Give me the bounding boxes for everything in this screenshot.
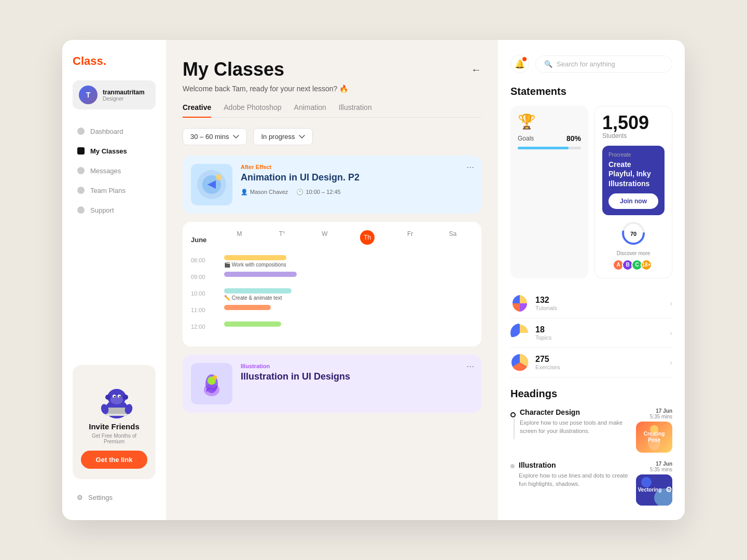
sidebar-item-team-plans[interactable]: Team Plans [73, 181, 156, 200]
tab-animation[interactable]: Animation [294, 103, 326, 118]
chevron-right-icon: › [670, 299, 672, 307]
heading-content-2: Illustration Explore how to use lines an… [519, 461, 632, 506]
stat-row-topics[interactable]: 18 Topics › [510, 318, 672, 348]
svg-point-4 [110, 395, 123, 404]
heading-content-1: Character Design Explore how to use pose… [520, 408, 632, 453]
search-bar[interactable]: 🔍 Search for anything [535, 55, 672, 73]
notification-dot [522, 57, 527, 61]
stat-topics-info: 18 Topics [535, 325, 663, 341]
course-thumb-animation [191, 164, 232, 205]
status-filter[interactable]: In progress [253, 128, 313, 145]
tab-adobe-photoshop[interactable]: Adobe Photoshop [224, 103, 281, 118]
course-title: Animation in UI Design. P2 [241, 172, 473, 184]
procreate-tag: Procreate [608, 152, 658, 158]
schedule-bar [224, 305, 271, 310]
get-link-button[interactable]: Get the link [81, 451, 147, 469]
card-menu-button[interactable]: ··· [466, 162, 474, 173]
course-card-illustration: Illustration Illustration in UI Designs … [183, 355, 481, 413]
goals-progress-bar [518, 147, 581, 149]
course-body-animation: After Effect Animation in UI Design. P2 … [241, 164, 473, 195]
back-button[interactable]: ← [471, 64, 481, 76]
main-content: My Classes ← Welcome back Tam, ready for… [166, 40, 498, 520]
course-body-illustration: Illustration Illustration in UI Designs [241, 363, 473, 388]
vectoring-label: Vectoring [636, 485, 664, 495]
course-card-animation: After Effect Animation in UI Design. P2 … [183, 156, 481, 214]
gorilla-illustration [93, 375, 135, 417]
stats-list: 132 Tutorials › 18 Topics › [510, 289, 672, 377]
calendar-month: June [191, 236, 206, 244]
notification-button[interactable]: 🔔 [510, 54, 529, 73]
headings-title: Headings [510, 388, 672, 400]
svg-point-7 [114, 396, 116, 397]
course-meta: 👤 Mason Chavez 🕐 10:00 – 12:45 [241, 189, 473, 195]
app-logo: Class. [73, 54, 156, 68]
welcome-text: Welcome back Tam, ready for your next le… [183, 85, 481, 93]
svg-point-2 [105, 395, 110, 400]
tab-illustration[interactable]: Illustration [339, 103, 372, 118]
svg-point-3 [123, 395, 128, 400]
duration-filter[interactable]: 30 – 60 mins [183, 128, 247, 145]
students-label: Students [602, 132, 665, 139]
heading-thumb-creating-pose[interactable]: Creating Pose [636, 422, 672, 453]
procreate-card: Procreate Create Playful, Inky Illustrat… [602, 146, 665, 215]
right-panel: 🔔 🔍 Search for anything Statements 🏆 Goa… [498, 40, 685, 520]
timeslot-1000: 10:00 ✏️ Create & animate text [191, 288, 473, 303]
heading-dot-2 [510, 464, 515, 468]
heading-meta-1: 17 Jun 5:35 mins Creating Pose [636, 408, 672, 453]
invite-section: Invite Friends Get Free Months of Premiu… [73, 365, 156, 479]
svg-point-8 [119, 396, 121, 397]
calendar-header: June M T° W Th Fr Sa [191, 230, 473, 249]
students-count: 1,509 [602, 114, 665, 132]
page-title: My Classes [183, 59, 284, 80]
filters-bar: 30 – 60 mins In progress [183, 128, 481, 145]
cal-day-fr: Fr [390, 230, 430, 245]
timeslot-1200: 12:00 [191, 321, 473, 336]
sidebar: Class. T tranmautritam Designer Dashboar… [62, 40, 166, 520]
trophy-icon: 🏆 [518, 113, 581, 130]
sidebar-item-messages[interactable]: Messages [73, 161, 156, 180]
heading-item-illustration: Illustration Explore how to use lines an… [510, 461, 672, 506]
heading-dot-1 [510, 412, 516, 417]
discover-more-text: Discover more [602, 250, 665, 256]
cal-day-sa: Sa [433, 230, 473, 245]
sidebar-item-dashboard[interactable]: Dashboard [73, 122, 156, 141]
cal-day-t: T° [262, 230, 302, 245]
statements-title: Statements [510, 86, 672, 97]
schedule-bar [224, 255, 286, 260]
avatar-more: 18+ [641, 259, 652, 271]
heading-meta-2: 17 Jun 5:35 mins Vectoring ⚙ [636, 461, 672, 506]
user-card[interactable]: T tranmautritam Designer [73, 80, 156, 109]
heading-thumb-vectoring[interactable]: Vectoring ⚙ [636, 474, 672, 506]
card-menu-button-2[interactable]: ··· [466, 361, 474, 372]
timeslot-0800: 08:00 🎬 Work with compositions [191, 255, 473, 270]
stat-tutorials-info: 132 Tutorials [535, 296, 663, 311]
goals-label: Goals 80% [518, 134, 581, 143]
time-info: 🕐 10:00 – 12:45 [296, 189, 340, 195]
goals-card: 🏆 Goals 80% [510, 106, 588, 278]
goals-bar-fill [518, 147, 569, 149]
stat-row-exercises[interactable]: 275 Exercises › [510, 348, 672, 377]
procreate-title: Create Playful, Inky Illustrations [608, 160, 658, 188]
students-card: 1,509 Students Procreate Create Playful,… [594, 106, 672, 278]
invite-title: Invite Friends [81, 422, 147, 431]
timeslot-0900: 09:00 [191, 272, 473, 286]
statements-grid: 🏆 Goals 80% 1,509 Students Procreate Cre… [510, 106, 672, 278]
user-role: Designer [103, 96, 145, 102]
clock-icon: 🕐 [296, 189, 303, 195]
calendar-section: June M T° W Th Fr Sa 08:00 🎬 Work with c… [183, 222, 481, 346]
sidebar-item-my-classes[interactable]: My Classes [73, 142, 156, 160]
cal-day-th[interactable]: Th [360, 230, 375, 245]
stat-row-tutorials[interactable]: 132 Tutorials › [510, 289, 672, 318]
sidebar-item-support[interactable]: Support [73, 201, 156, 219]
schedule-bar [224, 272, 297, 277]
invite-subtitle: Get Free Months of Premium [81, 433, 147, 444]
search-icon: 🔍 [544, 60, 552, 68]
stat-exercises-info: 275 Exercises [535, 355, 663, 370]
cal-day-w: W [305, 230, 345, 245]
course-title-illustration: Illustration in UI Designs [241, 371, 473, 383]
heading-item-character-design: Character Design Explore how to use pose… [510, 408, 672, 453]
join-now-button[interactable]: Join now [608, 193, 658, 209]
sidebar-item-settings[interactable]: ⚙ Settings [73, 489, 156, 506]
tab-creative[interactable]: Creative [183, 103, 211, 118]
schedule-bar [224, 288, 292, 293]
